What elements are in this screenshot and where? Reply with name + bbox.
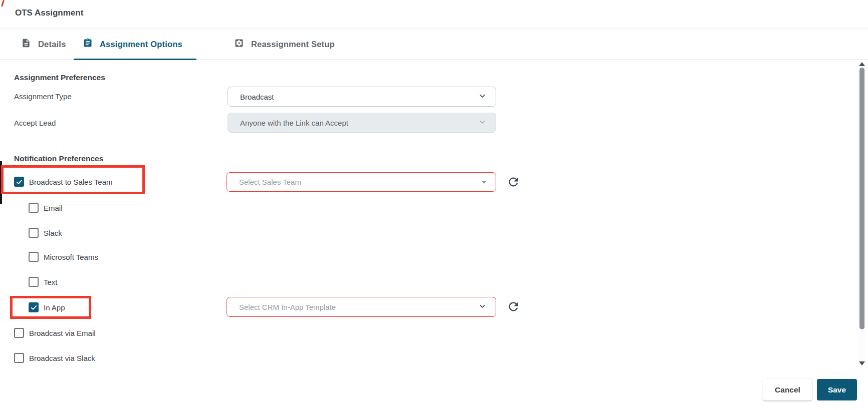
tab-reassignment-setup-label: Reassignment Setup (251, 40, 335, 49)
ots-assignment-modal: OTS Assignment Details Assignment Option… (0, 0, 868, 410)
assignment-type-label: Assignment Type (14, 92, 72, 101)
accept-lead-value: Anyone with the Link can Accept (240, 119, 478, 127)
checkbox-slack[interactable] (29, 228, 39, 238)
sales-team-placeholder: Select Sales Team (239, 178, 482, 186)
accept-lead-select: Anyone with the Link can Accept (228, 113, 496, 133)
notification-preferences-heading: Notification Preferences (14, 154, 103, 163)
checkbox-slack-label: Slack (44, 229, 62, 237)
cancel-button[interactable]: Cancel (763, 379, 812, 400)
page-title: OTS Assignment (15, 8, 83, 18)
tab-assignment-options-label: Assignment Options (100, 40, 182, 49)
chevron-down-icon (478, 92, 487, 102)
vertical-scrollbar[interactable] (858, 61, 866, 367)
checkbox-broadcast-to-sales-team[interactable] (14, 177, 24, 187)
tab-reassignment-setup[interactable]: Reassignment Setup (234, 29, 335, 59)
checkmark-icon (30, 304, 38, 311)
checkbox-email-label: Email (44, 204, 63, 212)
sales-team-select[interactable]: Select Sales Team (227, 172, 496, 192)
refresh-icon (507, 300, 520, 313)
refresh-sales-team-button[interactable] (506, 175, 520, 189)
tab-assignment-options[interactable]: Assignment Options (83, 29, 182, 59)
checkbox-broadcast-via-email[interactable] (14, 328, 24, 338)
checkbox-broadcast-via-slack-label: Broadcast via Slack (29, 354, 95, 362)
checkbox-microsoft-teams[interactable] (29, 252, 39, 262)
checkbox-in-app[interactable] (29, 302, 39, 312)
assignment-preferences-heading: Assignment Preferences (14, 73, 105, 82)
assignment-type-value: Broadcast (240, 93, 478, 101)
checkbox-in-app-label: In App (44, 303, 65, 312)
scrollbar-down-arrow[interactable] (859, 361, 865, 365)
corner-annotation-artifact (1, 0, 5, 7)
scrollbar-up-arrow[interactable] (859, 62, 865, 66)
checkmark-icon (16, 178, 23, 186)
checkbox-text[interactable] (29, 277, 39, 287)
tab-details[interactable]: Details (21, 29, 66, 59)
settings-square-icon (234, 38, 244, 50)
accept-lead-label: Accept Lead (14, 119, 56, 127)
crm-in-app-template-placeholder: Select CRM In-App Template (239, 303, 478, 311)
scrollbar-thumb[interactable] (859, 68, 864, 329)
checkbox-microsoft-teams-label: Microsoft Teams (44, 253, 98, 261)
checkbox-email[interactable] (29, 203, 39, 213)
document-icon (21, 38, 31, 50)
refresh-crm-template-button[interactable] (506, 300, 520, 314)
crm-in-app-template-select[interactable]: Select CRM In-App Template (227, 297, 496, 317)
checkbox-text-label: Text (44, 278, 58, 286)
chevron-down-icon (478, 118, 487, 128)
refresh-icon (507, 175, 520, 189)
tab-details-label: Details (38, 40, 66, 49)
assignment-type-select[interactable]: Broadcast (228, 87, 496, 107)
tab-bar: Details Assignment Options Reassignment … (0, 29, 868, 60)
caret-down-icon (482, 181, 487, 184)
checkbox-broadcast-to-sales-team-label: Broadcast to Sales Team (29, 178, 112, 186)
save-button[interactable]: Save (817, 379, 857, 400)
chevron-down-icon (478, 302, 487, 312)
checkbox-broadcast-via-email-label: Broadcast via Email (29, 329, 96, 337)
checkbox-broadcast-via-slack[interactable] (14, 353, 24, 363)
clipboard-icon (83, 38, 93, 50)
